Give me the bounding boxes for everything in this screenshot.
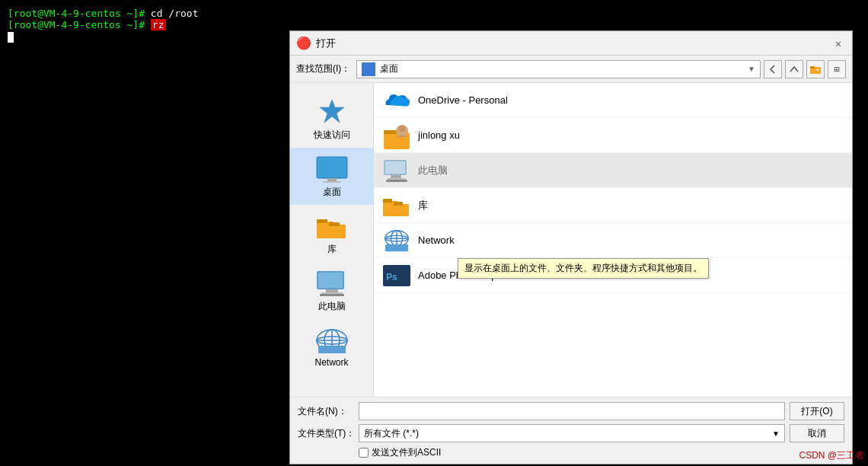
library-file-icon <box>383 192 410 219</box>
ascii-label: 发送文件到ASCII <box>372 446 441 459</box>
svg-rect-9 <box>317 219 327 223</box>
desktop-icon <box>314 154 350 184</box>
svg-rect-14 <box>326 289 338 292</box>
svg-rect-35 <box>394 202 403 206</box>
file-item-library[interactable]: 库 <box>374 188 852 223</box>
location-text: 桌面 <box>380 62 748 75</box>
file-list: OneDrive - Personal jinlong xu <box>374 83 852 397</box>
library-icon <box>314 211 350 241</box>
sidebar-item-desktop[interactable]: 桌面 <box>290 148 373 205</box>
svg-text:+: + <box>816 67 819 73</box>
up-button[interactable] <box>785 60 803 78</box>
tooltip: 显示在桌面上的文件、文件夹、程序快捷方式和其他项目。 <box>458 258 709 279</box>
term-line-1: [root@VM-4-9-centos ~]# cd /root <box>8 8 274 19</box>
term-cursor-line <box>8 30 274 43</box>
new-folder-button[interactable]: + <box>806 60 825 78</box>
cursor <box>8 32 14 43</box>
checkbox-row: 发送文件到ASCII <box>298 446 844 459</box>
file-item-this-pc[interactable]: 此电脑 <box>374 153 852 188</box>
network-sidebar-icon <box>314 325 350 356</box>
file-item-onedrive[interactable]: OneDrive - Personal <box>374 83 852 118</box>
filename-input[interactable] <box>359 402 785 420</box>
sidebar-item-this-pc[interactable]: 此电脑 <box>290 262 373 319</box>
bottom-section: 文件名(N)： 打开(O) 文件类型(T)： 所有文件 (*.*) ▼ 取消 发… <box>290 397 852 464</box>
svg-rect-34 <box>394 204 409 216</box>
svg-rect-30 <box>388 178 406 180</box>
svg-text:Ps: Ps <box>386 272 397 282</box>
look-in-label: 查找范围(I)： <box>296 62 350 75</box>
file-item-user[interactable]: jinlong xu <box>374 118 852 153</box>
file-item-network[interactable]: Network <box>374 223 852 258</box>
user-name: jinlong xu <box>418 129 460 141</box>
network-label: Network <box>314 357 348 368</box>
location-folder-icon <box>362 62 375 76</box>
svg-rect-11 <box>329 222 340 226</box>
svg-rect-7 <box>323 181 341 183</box>
svg-rect-13 <box>318 273 343 288</box>
sidebar-item-library[interactable]: 库 <box>290 205 373 262</box>
watermark: CSDN @三工者 <box>799 449 864 462</box>
svg-rect-4 <box>317 157 347 178</box>
user-icon <box>383 122 410 149</box>
svg-rect-41 <box>385 244 408 251</box>
cancel-button[interactable]: 取消 <box>790 424 844 442</box>
svg-rect-31 <box>386 180 407 182</box>
svg-point-26 <box>399 126 405 132</box>
dialog-title: 打开 <box>316 37 831 50</box>
close-button[interactable]: ✕ <box>831 36 846 51</box>
filetype-select[interactable]: 所有文件 (*.*) ▼ <box>359 424 785 442</box>
svg-rect-29 <box>391 175 401 178</box>
svg-rect-6 <box>327 178 337 181</box>
library-file-name: 库 <box>418 199 428 212</box>
svg-marker-3 <box>320 100 344 123</box>
desktop-label: 桌面 <box>323 186 341 199</box>
svg-rect-22 <box>318 346 346 353</box>
sidebar-item-quick-access[interactable]: 快速访问 <box>290 91 373 148</box>
filetype-value: 所有文件 (*.*) <box>364 427 419 440</box>
this-pc-file-name: 此电脑 <box>418 164 448 177</box>
svg-rect-10 <box>329 225 346 238</box>
svg-rect-15 <box>321 292 343 294</box>
dialog-titlebar: 🔴 打开 ✕ <box>290 31 852 56</box>
network-file-icon <box>383 227 410 254</box>
sidebar: 快速访问 桌面 <box>290 83 374 397</box>
toolbar-row: 查找范围(I)： 桌面 ▼ + ⊞ <box>290 56 852 83</box>
view-button[interactable]: ⊞ <box>828 60 846 78</box>
this-pc-label: 此电脑 <box>318 300 346 313</box>
ascii-checkbox[interactable] <box>359 448 369 458</box>
sidebar-item-network[interactable]: Network <box>290 319 373 374</box>
svg-rect-16 <box>320 294 344 296</box>
filename-row: 文件名(N)： 打开(O) <box>298 402 844 420</box>
location-chevron-icon: ▼ <box>748 65 755 73</box>
term-line-2: [root@VM-4-9-centos ~]# rz <box>8 19 274 30</box>
svg-rect-33 <box>383 199 392 203</box>
terminal: [root@VM-4-9-centos ~]# cd /root [root@V… <box>0 0 282 466</box>
back-button[interactable] <box>764 60 782 78</box>
filetype-chevron: ▼ <box>772 429 780 438</box>
quick-access-icon <box>314 97 350 127</box>
onedrive-icon <box>383 87 410 114</box>
open-button[interactable]: 打开(O) <box>790 402 844 420</box>
filetype-label: 文件类型(T)： <box>298 427 359 440</box>
quick-access-label: 快速访问 <box>314 129 350 142</box>
dialog-icon: 🔴 <box>296 36 311 51</box>
main-area: 快速访问 桌面 <box>290 83 852 397</box>
this-pc-icon <box>314 268 350 298</box>
library-label: 库 <box>327 243 337 256</box>
location-dropdown[interactable]: 桌面 ▼ <box>356 60 761 78</box>
onedrive-name: OneDrive - Personal <box>418 94 508 106</box>
open-dialog: 🔴 打开 ✕ 查找范围(I)： 桌面 ▼ + ⊞ <box>289 30 853 464</box>
svg-rect-28 <box>385 161 405 174</box>
this-pc-file-icon <box>383 157 410 184</box>
svg-rect-1 <box>810 66 815 69</box>
filetype-row: 文件类型(T)： 所有文件 (*.*) ▼ 取消 <box>298 424 844 442</box>
photoshop-icon: Ps <box>383 262 410 289</box>
network-file-name: Network <box>418 235 455 246</box>
filename-label: 文件名(N)： <box>298 405 359 418</box>
